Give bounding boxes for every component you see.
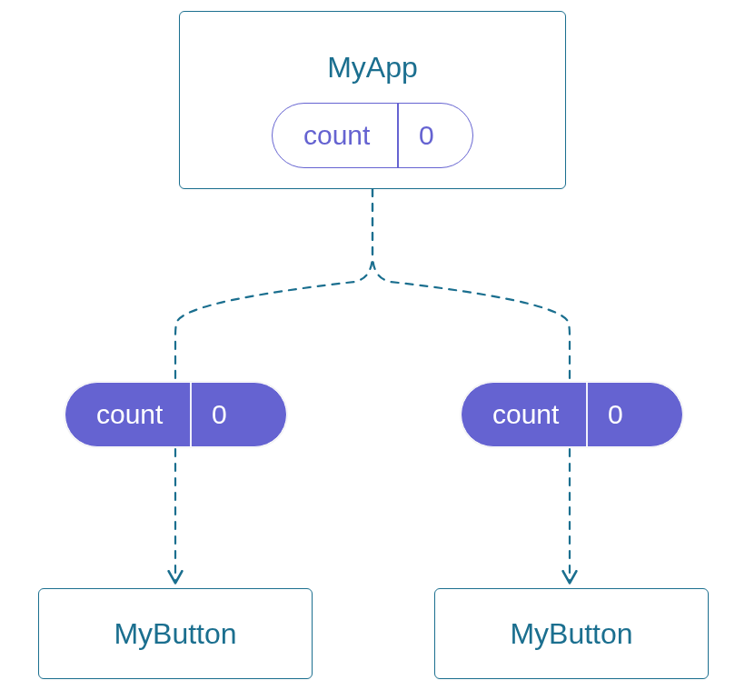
prop-pill-left: count 0 <box>65 382 287 447</box>
prop-value: 0 <box>192 383 254 446</box>
prop-value: 0 <box>588 383 651 446</box>
state-value: 0 <box>399 104 462 167</box>
root-component-title: MyApp <box>327 51 418 85</box>
prop-label: count <box>462 383 586 446</box>
root-state-pill: count 0 <box>272 103 473 168</box>
prop-pill-right: count 0 <box>461 382 683 447</box>
prop-label: count <box>65 383 190 446</box>
root-component-node: MyApp count 0 <box>179 11 566 189</box>
child-component-node-left: MyButton <box>38 588 313 679</box>
state-label: count <box>273 104 397 167</box>
child-component-node-right: MyButton <box>434 588 709 679</box>
child-component-title: MyButton <box>510 617 632 651</box>
child-component-title: MyButton <box>114 617 236 651</box>
state-flow-diagram: MyApp count 0 count 0 count 0 MyButton M… <box>0 0 745 700</box>
